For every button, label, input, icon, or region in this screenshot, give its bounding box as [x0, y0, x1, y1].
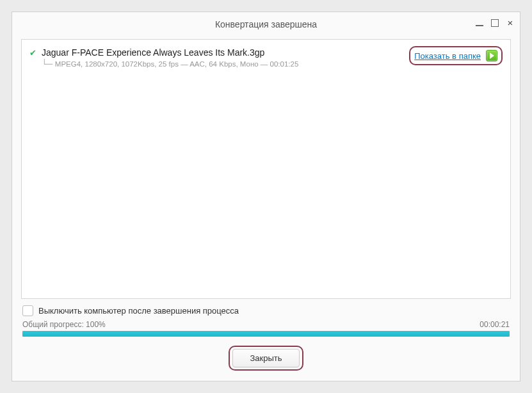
results-panel: ✔ Jaguar F-PACE Experience Always Leaves…	[21, 39, 511, 299]
result-item-info: ✔ Jaguar F-PACE Experience Always Leaves…	[29, 47, 298, 68]
close-button-highlight: Закрыть	[229, 346, 303, 371]
overall-progress-label: Общий прогресс: 100%	[22, 320, 106, 329]
titlebar: Конвертация завершена ×	[12, 12, 520, 36]
footer: Выключить компьютер после завершения про…	[12, 299, 520, 381]
shutdown-checkbox[interactable]	[22, 305, 33, 316]
window-controls: ×	[475, 19, 515, 28]
success-check-icon: ✔	[29, 48, 36, 68]
maximize-button[interactable]	[490, 19, 499, 28]
dialog-window: Конвертация завершена × ✔ Jaguar F-PACE …	[12, 12, 520, 381]
shutdown-label: Выключить компьютер после завершения про…	[38, 306, 239, 316]
file-meta-row: └─ MPEG4, 1280x720, 1072Kbps, 25 fps — A…	[42, 60, 298, 68]
show-in-folder-link[interactable]: Показать в папке	[414, 51, 481, 61]
minimize-button[interactable]	[475, 19, 484, 28]
tree-branch-icon: └─	[42, 61, 52, 67]
elapsed-time: 00:00:21	[480, 320, 510, 329]
close-button-area: Закрыть	[22, 346, 510, 371]
file-meta: MPEG4, 1280x720, 1072Kbps, 25 fps — AAC,…	[55, 60, 298, 68]
progress-text-row: Общий прогресс: 100% 00:00:21	[22, 320, 510, 329]
show-in-folder-highlight: Показать в папке	[409, 46, 503, 65]
window-title: Конвертация завершена	[215, 19, 317, 29]
play-icon[interactable]	[486, 50, 497, 61]
close-window-button[interactable]: ×	[506, 19, 515, 28]
close-button[interactable]: Закрыть	[232, 349, 299, 367]
file-name: Jaguar F-PACE Experience Always Leaves I…	[42, 47, 298, 58]
result-item: ✔ Jaguar F-PACE Experience Always Leaves…	[29, 47, 503, 68]
shutdown-row: Выключить компьютер после завершения про…	[22, 305, 510, 316]
progress-bar	[22, 331, 510, 337]
